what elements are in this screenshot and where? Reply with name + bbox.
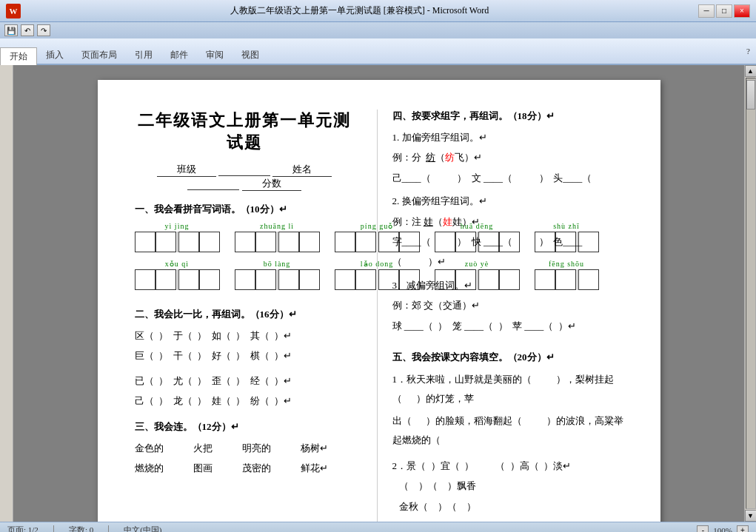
title-bar-title: 人教版二年级语文上册第一单元测试题 [兼容模式] - Microsoft Wor… bbox=[21, 4, 698, 17]
section2-line1: 区（ ） 于（ ） 如（ ） 其（ ）↵ bbox=[135, 327, 355, 344]
char-box[interactable] bbox=[235, 269, 255, 290]
char-box[interactable] bbox=[255, 232, 276, 252]
char-box[interactable] bbox=[155, 232, 176, 252]
help-icon[interactable]: ? bbox=[746, 47, 756, 55]
sub2-example: 例：注 娃（娃娃）↵ bbox=[392, 213, 623, 230]
scroll-thumb[interactable] bbox=[746, 80, 755, 110]
class-label: 班级 bbox=[157, 163, 216, 177]
ribbon: 开始 插入 页面布局 引用 邮件 审阅 视图 ? bbox=[0, 38, 756, 65]
minimize-button[interactable]: ─ bbox=[698, 4, 715, 18]
score-label: 分数 bbox=[242, 177, 301, 191]
sub2-title: 2. 换偏旁组字组词。↵ bbox=[392, 192, 623, 209]
char-box[interactable] bbox=[335, 269, 355, 290]
status-divider-2 bbox=[108, 525, 109, 533]
zoom-out-button[interactable]: - bbox=[697, 525, 709, 533]
word-icon: W bbox=[6, 4, 21, 18]
content-columns: 二年级语文上册第一单元测试题 班级 姓名 分数 一、我会看拼音写词语。（10分）… bbox=[135, 110, 623, 522]
section4-sub3: 3、减偏旁组词。↵ 例：郊 交（交通）↵ 球 ____（ ） 笼 ____（ ）… bbox=[392, 277, 623, 334]
char-box[interactable] bbox=[235, 232, 255, 252]
sub2-line1: 字____（ ） 快 ____（ ） 色____ bbox=[392, 233, 623, 250]
char-box[interactable] bbox=[299, 232, 320, 252]
status-bar: 页面: 1/2 字数: 0 中文(中国) - 100% + bbox=[0, 522, 756, 532]
char-box[interactable] bbox=[299, 269, 320, 290]
tab-layout[interactable]: 页面布局 bbox=[73, 47, 126, 64]
undo-button[interactable]: ↶ bbox=[21, 24, 34, 36]
zoom-controls: - 100% + bbox=[697, 525, 749, 533]
zoom-level: 100% bbox=[713, 526, 732, 533]
title-bar-controls: ─ □ × bbox=[698, 4, 750, 18]
pinyin-word-1: yì jìng bbox=[135, 222, 220, 252]
quick-access-bar: 💾 ↶ ↷ bbox=[0, 22, 756, 38]
save-button[interactable]: 💾 bbox=[4, 24, 18, 36]
section-2: 二、我会比一比，再组词。（16分）↵ 区（ ） 于（ ） 如（ ） 其（ ）↵ … bbox=[135, 308, 355, 410]
tab-review[interactable]: 审阅 bbox=[197, 47, 233, 64]
tab-mail[interactable]: 邮件 bbox=[161, 47, 197, 64]
tab-view[interactable]: 视图 bbox=[233, 47, 268, 64]
class-info: 班级 姓名 分数 bbox=[135, 163, 355, 191]
document-page: 二年级语文上册第一单元测试题 班级 姓名 分数 一、我会看拼音写词语。（10分）… bbox=[98, 80, 660, 522]
pinyin-word-6: xǒu qì bbox=[135, 260, 220, 290]
section-4-title: 四、按要求组字，再组词。（18分）↵ bbox=[392, 110, 623, 123]
section4-sub1: 1. 加偏旁组字组词。↵ 例：分 纺（纺飞）↵ 己____（ ） 文 ____（… bbox=[392, 129, 623, 186]
main-area: 二年级语文上册第一单元测试题 班级 姓名 分数 一、我会看拼音写词语。（10分）… bbox=[0, 65, 756, 522]
tab-references[interactable]: 引用 bbox=[126, 47, 161, 64]
section2-line2: 巨（ ） 干（ ） 好（ ） 棋（ ）↵ bbox=[135, 347, 355, 364]
sub1-line1: 己____（ ） 文 ____（ ） 头____（ bbox=[392, 169, 623, 186]
char-box[interactable] bbox=[178, 269, 199, 290]
char-box[interactable] bbox=[178, 232, 199, 252]
section5-q2b: （ ）（ ）飘香 bbox=[392, 477, 623, 494]
language: 中文(中国) bbox=[124, 525, 161, 532]
char-box[interactable] bbox=[135, 269, 155, 290]
section-1-title: 一、我会看拼音写词语。（10分）↵ bbox=[135, 203, 355, 216]
char-box[interactable] bbox=[278, 269, 299, 290]
pinyin-word-7: bō làng bbox=[235, 260, 320, 290]
char-box[interactable] bbox=[335, 232, 355, 252]
sub3-example: 例：郊 交（交通）↵ bbox=[392, 297, 623, 314]
left-column: 二年级语文上册第一单元测试题 班级 姓名 分数 一、我会看拼音写词语。（10分）… bbox=[135, 110, 355, 522]
maximize-button[interactable]: □ bbox=[716, 4, 732, 18]
scroll-track[interactable] bbox=[746, 78, 756, 509]
name-label: 姓名 bbox=[272, 163, 332, 177]
class-field[interactable] bbox=[218, 164, 270, 176]
section3-line2: 燃烧的图画茂密的鲜花↵ bbox=[135, 459, 355, 477]
section2-line3: 已（ ） 尤（ ） 歪（ ） 经（ ）↵ bbox=[135, 372, 355, 389]
tab-insert[interactable]: 插入 bbox=[37, 47, 73, 64]
title-bar: W 人教版二年级语文上册第一单元测试题 [兼容模式] - Microsoft W… bbox=[0, 0, 756, 22]
scroll-up-button[interactable]: ▲ bbox=[745, 65, 757, 77]
page-info: 页面: 1/2 bbox=[7, 525, 39, 532]
redo-button[interactable]: ↷ bbox=[37, 24, 50, 36]
section5-q2: 2．景（ ）宜（ ） （ ）高（ ）淡↵ bbox=[392, 457, 623, 474]
sub3-title: 3、减偏旁组词。↵ bbox=[392, 277, 623, 294]
char-box[interactable] bbox=[278, 232, 299, 252]
zoom-in-button[interactable]: + bbox=[737, 525, 749, 533]
section5-q2c: 金秋（ ）（ ） bbox=[392, 498, 623, 515]
char-box[interactable] bbox=[199, 269, 220, 290]
scroll-down-button[interactable]: ▼ bbox=[745, 510, 757, 522]
char-box[interactable] bbox=[355, 232, 376, 252]
char-box[interactable] bbox=[199, 232, 220, 252]
section4-sub2: 2. 换偏旁组字组词。↵ 例：注 娃（娃娃）↵ 字____（ ） 快 ____（… bbox=[392, 192, 623, 271]
section-3-title: 三、我会连。（12分）↵ bbox=[135, 420, 355, 434]
document-area: 二年级语文上册第一单元测试题 班级 姓名 分数 一、我会看拼音写词语。（10分）… bbox=[13, 65, 744, 522]
left-ruler bbox=[0, 65, 13, 522]
tab-start[interactable]: 开始 bbox=[0, 47, 37, 65]
pinyin-row-2: xǒu qì bō làng bbox=[135, 260, 355, 290]
char-box[interactable] bbox=[135, 232, 155, 252]
sub2-line2: （ ）↵ bbox=[392, 253, 623, 270]
pinyin-row-1: yì jìng zhuāng lì bbox=[135, 222, 355, 252]
section-5-title: 五、我会按课文内容填空。（20分）↵ bbox=[392, 351, 623, 364]
sub1-title: 1. 加偏旁组字组词。↵ bbox=[392, 129, 623, 146]
section-3: 三、我会连。（12分）↵ 金色的火把明亮的杨树↵ 燃烧的图画茂密的鲜花↵ bbox=[135, 420, 355, 477]
name-field[interactable] bbox=[187, 178, 239, 190]
section5-q1b: 出（ ）的脸颊，稻海翻起（ ）的波浪，高粱举起燃烧的（ bbox=[392, 411, 623, 450]
char-box[interactable] bbox=[255, 269, 276, 290]
section-1: 一、我会看拼音写词语。（10分）↵ yì jìng bbox=[135, 203, 355, 290]
sub1-example: 例：分 纺（纺飞）↵ bbox=[392, 149, 623, 166]
right-column: 四、按要求组字，再组词。（18分）↵ 1. 加偏旁组字组词。↵ 例：分 纺（纺飞… bbox=[377, 110, 623, 522]
close-button[interactable]: × bbox=[734, 4, 750, 18]
char-box[interactable] bbox=[355, 269, 376, 290]
vertical-scrollbar: ▲ ▼ bbox=[744, 65, 756, 522]
char-box[interactable] bbox=[155, 269, 176, 290]
section-4: 四、按要求组字，再组词。（18分）↵ 1. 加偏旁组字组词。↵ 例：分 纺（纺飞… bbox=[392, 110, 623, 334]
pinyin-word-2: zhuāng lì bbox=[235, 222, 320, 252]
